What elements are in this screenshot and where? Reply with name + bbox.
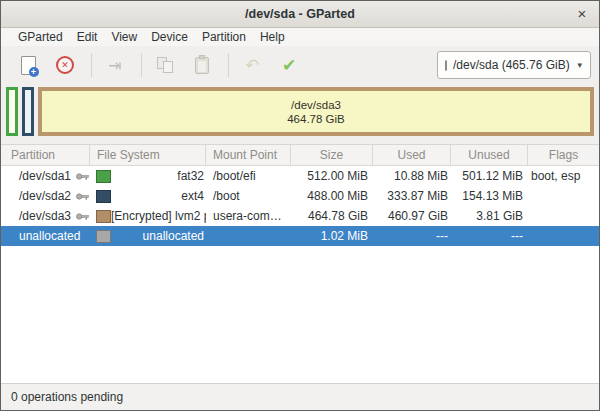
table-row-sda3[interactable]: /dev/sda3 [Encrypted] lvm2 pv usera-com…… [1,206,599,226]
resize-move-button[interactable]: ⇥ [102,51,128,79]
resize-move-icon: ⇥ [108,56,121,75]
partition-name: /dev/sda2 [19,189,71,203]
table-row-sda2[interactable]: /dev/sda2 ext4 /boot 488.00 MiB 333.87 M… [1,186,599,206]
flags-value [528,206,599,226]
partition-name: /dev/sda1 [19,169,71,183]
filesystem-label: ext4 [181,189,204,203]
column-header-flags: Flags [528,145,599,165]
column-header-filesystem: File System [90,145,206,165]
visual-partition-size: 464.78 GiB [287,112,345,126]
filesystem-label: fat32 [177,169,204,183]
size-value: 512.00 MiB [291,166,373,186]
toolbar: + ✕ ⇥ ↶ ✔ /dev/sda (465.76 GiB) ▼ [1,46,599,84]
unused-value: 3.81 GiB [451,206,528,226]
undo-button[interactable]: ↶ [239,51,265,79]
mount-point: /boot/efi [206,166,291,186]
size-value: 464.78 GiB [291,206,373,226]
device-selector[interactable]: /dev/sda (465.76 GiB) ▼ [437,51,591,79]
mount-point: /boot [206,186,291,206]
table-header: Partition File System Mount Point Size U… [1,145,599,166]
filesystem-color-swatch [96,230,111,243]
visual-partition-sda3[interactable]: /dev/sda3 464.78 GiB [38,87,594,136]
new-partition-button[interactable]: + [15,51,41,79]
size-value: 1.02 MiB [291,226,373,246]
unused-value: 154.13 MiB [451,186,528,206]
flags-value [528,186,599,206]
toolbar-separator [91,53,92,77]
table-empty-area [1,246,599,383]
titlebar[interactable]: /dev/sda - GParted × [1,1,599,28]
delete-icon: ✕ [56,56,74,74]
partition-table: Partition File System Mount Point Size U… [1,144,599,383]
paste-icon [195,57,209,74]
apply-icon: ✔ [282,55,296,76]
window-title: /dev/sda - GParted [245,7,355,21]
filesystem-label: [Encrypted] lvm2 pv [111,209,206,223]
menu-view[interactable]: View [104,30,144,44]
filesystem-color-swatch [96,170,111,183]
table-row-unallocated[interactable]: unallocated unallocated 1.02 MiB --- --- [1,226,599,246]
device-selector-value: /dev/sda (465.76 GiB) [453,58,570,72]
new-partition-icon: + [21,56,36,75]
table-row-sda1[interactable]: /dev/sda1 fat32 /boot/efi 512.00 MiB 10.… [1,166,599,186]
statusbar: 0 operations pending [1,383,599,410]
column-header-unused: Unused [451,145,528,165]
filesystem-color-swatch [96,210,111,223]
copy-button[interactable] [152,51,178,79]
partition-visual-area: /dev/sda3 464.78 GiB [1,84,599,144]
used-value: 10.88 MiB [373,166,451,186]
close-icon[interactable]: × [574,6,590,22]
size-value: 488.00 MiB [291,186,373,206]
menu-partition[interactable]: Partition [195,30,253,44]
used-value: 460.97 GiB [373,206,451,226]
column-header-used: Used [373,145,451,165]
unused-value: 501.12 MiB [451,166,528,186]
visual-partition-sda2[interactable] [22,87,34,136]
column-header-size: Size [291,145,373,165]
drive-icon [445,60,447,71]
operations-pending-text: 0 operations pending [11,390,123,404]
locked-key-icon [76,172,89,181]
gparted-window: /dev/sda - GParted × GParted Edit View D… [0,0,600,411]
column-header-partition: Partition [1,145,90,165]
partition-visual-bar: /dev/sda3 464.78 GiB [6,87,594,136]
chevron-down-icon: ▼ [576,61,584,70]
visual-partition-sda1[interactable] [6,87,18,136]
flags-value: boot, esp [528,166,599,186]
used-value: --- [373,226,451,246]
menu-edit[interactable]: Edit [70,30,105,44]
toolbar-separator [141,53,142,77]
mount-point [206,226,291,246]
locked-key-icon [76,192,89,201]
menu-gparted[interactable]: GParted [11,30,70,44]
unused-value: --- [451,226,528,246]
partition-name: unallocated [19,229,80,243]
column-header-mountpoint: Mount Point [206,145,291,165]
filesystem-label: unallocated [143,229,204,243]
used-value: 333.87 MiB [373,186,451,206]
undo-icon: ↶ [245,55,259,76]
copy-icon [157,57,173,73]
apply-button[interactable]: ✔ [276,51,302,79]
locked-key-icon [76,212,89,221]
partition-name: /dev/sda3 [19,209,71,223]
paste-button[interactable] [189,51,215,79]
toolbar-separator [228,53,229,77]
visual-partition-name: /dev/sda3 [291,98,341,112]
filesystem-color-swatch [96,190,111,203]
flags-value [528,226,599,246]
menubar: GParted Edit View Device Partition Help [1,28,599,46]
delete-partition-button[interactable]: ✕ [52,51,78,79]
mount-point: usera-com… [206,206,291,226]
menu-device[interactable]: Device [144,30,195,44]
menu-help[interactable]: Help [253,30,292,44]
